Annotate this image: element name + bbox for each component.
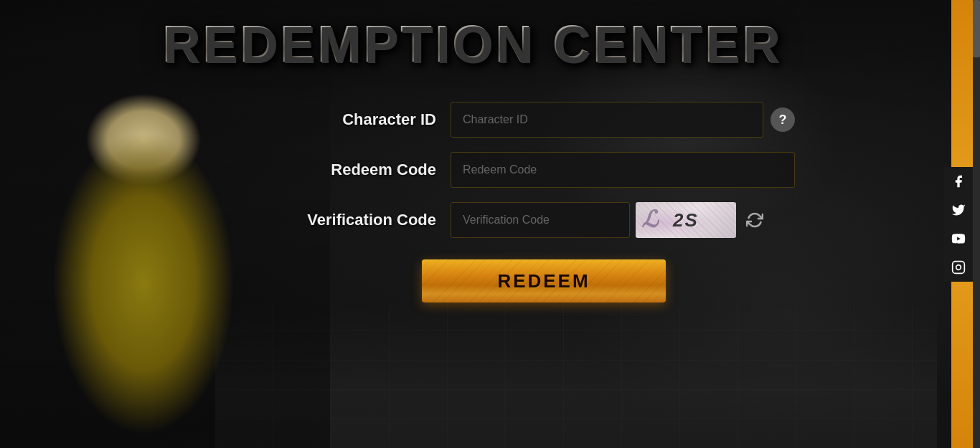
captcha-image: ℒ 2S [636, 202, 736, 238]
redeem-code-input[interactable] [451, 152, 795, 188]
captcha-decoration: ℒ [641, 206, 660, 233]
facebook-link[interactable] [944, 167, 973, 196]
instagram-link[interactable] [944, 253, 973, 282]
scrollbar[interactable] [973, 0, 980, 448]
captcha-wrap: ℒ 2S [451, 202, 768, 238]
captcha-text: 2S [673, 209, 699, 232]
verification-code-row: Verification Code ℒ 2S [293, 202, 795, 238]
scrollbar-thumb[interactable] [973, 0, 980, 57]
character-id-input[interactable] [451, 102, 763, 138]
redeem-code-row: Redeem Code [293, 152, 795, 188]
svg-rect-1 [953, 261, 965, 273]
redeem-button[interactable]: REDEEM [422, 259, 666, 302]
redeem-code-label: Redeem Code [293, 161, 436, 179]
help-button[interactable]: ? [771, 108, 795, 132]
page-title: REDEMPTION CENTER [162, 14, 782, 73]
redeem-code-input-wrap [451, 152, 795, 188]
twitter-link[interactable] [944, 196, 973, 224]
character-id-input-wrap: ? [451, 102, 795, 138]
refresh-captcha-button[interactable] [742, 207, 768, 233]
social-bar [944, 167, 973, 282]
character-id-label: Character ID [293, 110, 436, 129]
redemption-form: Character ID ? Redeem Code Verification … [293, 102, 795, 302]
verification-code-label: Verification Code [293, 211, 436, 229]
redeem-button-row: REDEEM [293, 259, 795, 302]
character-id-row: Character ID ? [293, 102, 795, 138]
youtube-link[interactable] [944, 224, 973, 253]
main-content: REDEMPTION CENTER Character ID ? Redeem … [0, 0, 944, 448]
verification-code-input[interactable] [451, 202, 630, 238]
